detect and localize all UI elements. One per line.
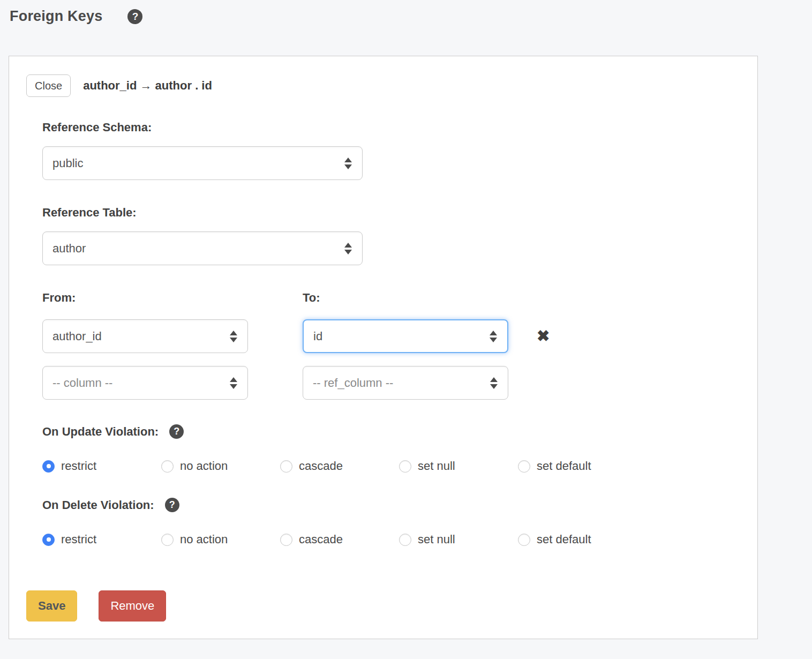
select-stepper-icon [230, 377, 237, 389]
to-column-value: id [313, 330, 322, 343]
radio-label: set null [418, 533, 455, 546]
radio-delete-no-action[interactable]: no action [161, 533, 280, 546]
add-column-select[interactable]: -- column -- [42, 366, 248, 400]
on-delete-violation-header: On Delete Violation: ? [42, 498, 740, 512]
panel-header: Close author_id → author . id [26, 74, 740, 97]
on-update-violation-label: On Update Violation: [42, 425, 159, 439]
radio-icon[interactable] [518, 460, 530, 473]
select-stepper-icon [344, 243, 352, 254]
select-stepper-icon [490, 377, 498, 389]
radio-label: cascade [299, 533, 343, 546]
on-update-violation-header: On Update Violation: ? [42, 424, 740, 439]
on-delete-violation-label: On Delete Violation: [42, 498, 154, 512]
radio-label: restrict [61, 459, 96, 473]
page-header: Foreign Keys ? [0, 0, 812, 25]
foreign-key-title: author_id → author . id [83, 79, 212, 93]
radio-update-set-default[interactable]: set default [518, 459, 591, 473]
radio-icon[interactable] [280, 460, 292, 473]
mapping-row-1: author_id id ✖ [42, 319, 740, 353]
reference-table-label: Reference Table: [42, 206, 740, 220]
radio-update-restrict[interactable]: restrict [42, 459, 161, 473]
radio-update-no-action[interactable]: no action [161, 459, 280, 473]
select-stepper-icon [230, 331, 237, 342]
help-icon[interactable]: ? [127, 9, 142, 24]
to-column-select[interactable]: id [303, 319, 508, 353]
save-button[interactable]: Save [26, 590, 77, 621]
radio-icon[interactable] [399, 460, 411, 473]
radio-label: restrict [61, 533, 96, 546]
radio-delete-cascade[interactable]: cascade [280, 533, 399, 546]
radio-update-cascade[interactable]: cascade [280, 459, 399, 473]
radio-label: set null [418, 459, 455, 473]
from-label: From: [42, 291, 303, 305]
radio-label: no action [180, 533, 228, 546]
radio-label: set default [537, 533, 591, 546]
radio-label: set default [537, 459, 591, 473]
reference-table-value: author [52, 242, 86, 256]
add-ref-column-select[interactable]: -- ref_column -- [303, 366, 508, 400]
radio-delete-set-default[interactable]: set default [518, 533, 591, 546]
page-title: Foreign Keys [10, 8, 102, 25]
foreign-key-form: Reference Schema: public Reference Table… [42, 121, 740, 546]
select-stepper-icon [490, 331, 497, 342]
radio-delete-set-null[interactable]: set null [399, 533, 518, 546]
on-update-violation-options: restrict no action cascade set null set … [42, 459, 740, 473]
radio-icon[interactable] [399, 534, 411, 546]
remove-button[interactable]: Remove [99, 590, 166, 621]
radio-icon[interactable] [42, 460, 55, 473]
radio-icon[interactable] [161, 460, 174, 473]
help-icon[interactable]: ? [165, 498, 179, 512]
on-delete-violation-options: restrict no action cascade set null set … [42, 533, 740, 546]
add-ref-column-placeholder: -- ref_column -- [313, 376, 393, 390]
radio-label: no action [180, 459, 228, 473]
select-stepper-icon [344, 158, 352, 169]
add-column-placeholder: -- column -- [52, 376, 112, 390]
foreign-key-editor-panel: Close author_id → author . id Reference … [9, 56, 758, 639]
to-label: To: [303, 291, 320, 305]
actions-row: Save Remove [26, 590, 740, 621]
from-column-select[interactable]: author_id [42, 319, 248, 353]
radio-update-set-null[interactable]: set null [399, 459, 518, 473]
reference-schema-value: public [52, 156, 83, 170]
radio-icon[interactable] [280, 534, 292, 546]
help-icon[interactable]: ? [169, 424, 184, 439]
radio-label: cascade [299, 459, 343, 473]
radio-icon[interactable] [161, 534, 174, 546]
radio-icon[interactable] [42, 534, 55, 546]
remove-mapping-icon[interactable]: ✖ [537, 328, 550, 344]
reference-schema-select[interactable]: public [42, 146, 363, 180]
reference-table-select[interactable]: author [42, 231, 363, 265]
radio-icon[interactable] [518, 534, 530, 546]
from-column-value: author_id [52, 330, 102, 343]
reference-schema-label: Reference Schema: [42, 121, 740, 134]
radio-delete-restrict[interactable]: restrict [42, 533, 161, 546]
mapping-row-2: -- column -- -- ref_column -- [42, 366, 740, 400]
mapping-labels-row: From: To: [42, 291, 740, 305]
close-button[interactable]: Close [26, 74, 71, 97]
